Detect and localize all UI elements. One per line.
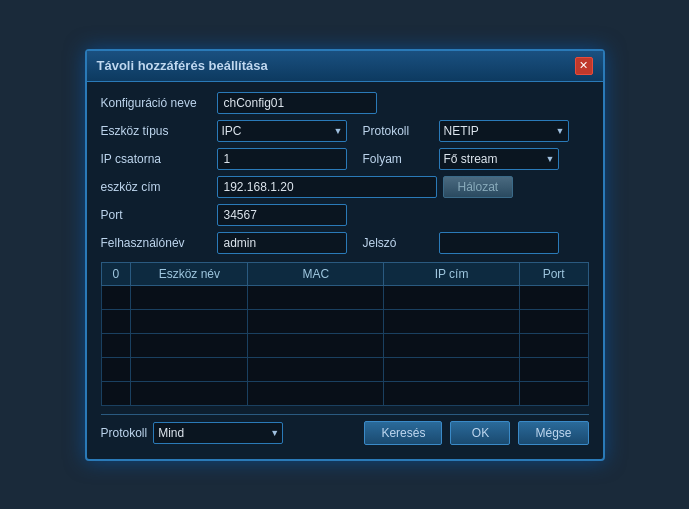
table-row (101, 357, 588, 381)
remote-access-dialog: Távoli hozzáférés beállítása ✕ Konfigurá… (85, 49, 605, 461)
password-input[interactable] (439, 232, 559, 254)
username-label: Felhasználónév (101, 236, 211, 250)
stream-select-wrapper: Fő stream Al stream (439, 148, 559, 170)
bottom-protocol-label: Protokoll (101, 426, 148, 440)
device-protocol-row: Eszköz típus IPC DVR NVR Protokoll NETIP… (101, 120, 589, 142)
dialog-title: Távoli hozzáférés beállítása (97, 58, 268, 73)
col-header-0: 0 (101, 262, 131, 285)
ok-button[interactable]: OK (450, 421, 510, 445)
col-header-port: Port (519, 262, 588, 285)
port-label: Port (101, 208, 211, 222)
bottom-row: Protokoll Mind NETIP ONVIF Keresés OK Mé… (101, 414, 589, 449)
stream-select[interactable]: Fő stream Al stream (439, 148, 559, 170)
port-input[interactable] (217, 204, 347, 226)
col-header-mac: MAC (248, 262, 384, 285)
channel-stream-row: IP csatorna Folyam Fő stream Al stream (101, 148, 589, 170)
search-button[interactable]: Keresés (364, 421, 442, 445)
cancel-button[interactable]: Mégse (518, 421, 588, 445)
user-pass-row: Felhasználónév Jelszó (101, 232, 589, 254)
protocol-select[interactable]: NETIP ONVIF (439, 120, 569, 142)
bottom-protocol-select-wrapper: Mind NETIP ONVIF (153, 422, 283, 444)
username-input[interactable] (217, 232, 347, 254)
close-button[interactable]: ✕ (575, 57, 593, 75)
table-row (101, 285, 588, 309)
config-input[interactable] (217, 92, 377, 114)
config-label: Konfiguráció neve (101, 96, 211, 110)
config-row: Konfiguráció neve (101, 92, 589, 114)
device-type-select[interactable]: IPC DVR NVR (217, 120, 347, 142)
device-type-label: Eszköz típus (101, 124, 211, 138)
protocol-select-wrapper: NETIP ONVIF (439, 120, 569, 142)
ip-channel-input[interactable] (217, 148, 347, 170)
form-section: Konfiguráció neve Eszköz típus IPC DVR N… (101, 92, 589, 254)
password-label: Jelszó (363, 236, 433, 250)
port-row: Port (101, 204, 589, 226)
close-icon: ✕ (579, 59, 588, 72)
col-header-ip: IP cím (384, 262, 520, 285)
bottom-protocol-select[interactable]: Mind NETIP ONVIF (153, 422, 283, 444)
stream-label: Folyam (363, 152, 433, 166)
table-body (101, 285, 588, 405)
address-row: eszköz cím Hálozat (101, 176, 589, 198)
device-table: 0 Eszköz név MAC IP cím Port (101, 262, 589, 406)
title-bar: Távoli hozzáférés beállítása ✕ (87, 51, 603, 82)
dialog-content: Konfiguráció neve Eszköz típus IPC DVR N… (87, 82, 603, 459)
ip-channel-label: IP csatorna (101, 152, 211, 166)
device-address-label: eszköz cím (101, 180, 211, 194)
table-header-row: 0 Eszköz név MAC IP cím Port (101, 262, 588, 285)
protocol-label: Protokoll (363, 124, 433, 138)
col-header-name: Eszköz név (131, 262, 248, 285)
device-type-select-wrapper: IPC DVR NVR (217, 120, 347, 142)
table-row (101, 309, 588, 333)
table-row (101, 333, 588, 357)
device-address-input[interactable] (217, 176, 437, 198)
bottom-left: Protokoll Mind NETIP ONVIF (101, 422, 284, 444)
table-row (101, 381, 588, 405)
network-button[interactable]: Hálozat (443, 176, 514, 198)
